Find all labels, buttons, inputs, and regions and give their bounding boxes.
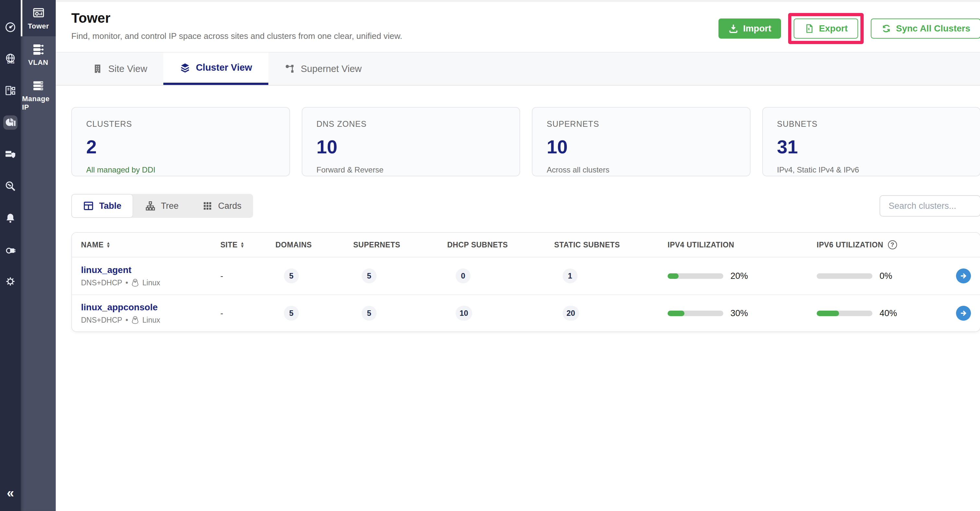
sync-button-label: Sync All Clusters xyxy=(896,23,970,34)
view-toggle-label: Tree xyxy=(161,201,179,211)
supernet-nodes-icon xyxy=(285,63,296,74)
column-label: IPV6 UTILIZATION xyxy=(817,240,883,249)
arrow-right-icon xyxy=(959,309,968,317)
view-toggle-label: Cards xyxy=(218,201,242,211)
static-subnets-badge: 20 xyxy=(563,306,579,321)
sidebar-item-tower[interactable]: Tower xyxy=(21,0,56,36)
sidebar-item-vlan[interactable]: VLAN xyxy=(21,36,56,73)
svg-text:x: x xyxy=(808,27,810,31)
search-analytics-icon[interactable] xyxy=(3,179,18,193)
view-mode-toggle: Table Tree Cards xyxy=(71,194,253,218)
cluster-name-cell: linux_appconsole DNS+DHCP • Linux xyxy=(81,302,220,325)
sort-icon[interactable]: ▲ ▼ xyxy=(106,242,110,248)
stat-card-subnets: SUBNETS 31 IPv4, Static IPv4 & IPv6 xyxy=(762,107,980,177)
stat-label: SUBNETS xyxy=(777,119,966,129)
dhcp-subnets-cell: 10 xyxy=(447,306,554,321)
cluster-name-link[interactable]: linux_agent xyxy=(81,265,132,275)
pie-chart-stats-icon[interactable] xyxy=(3,115,18,130)
export-highlight-annotation: x Export xyxy=(788,13,864,44)
building-icon xyxy=(92,63,103,74)
stat-label: SUPERNETS xyxy=(547,119,736,129)
collapse-sidebar-button[interactable]: « xyxy=(7,486,14,499)
bell-icon[interactable] xyxy=(3,211,18,225)
manage-ip-servers-icon xyxy=(31,79,46,92)
row-action-cell xyxy=(956,269,971,283)
ipv4-utilization-cell: 20% xyxy=(668,271,817,281)
ipv4-progress-track xyxy=(668,273,723,279)
dns-globe-icon[interactable]: DNS xyxy=(3,52,18,66)
ipv4-utilization-cell: 30% xyxy=(668,308,817,318)
linux-penguin-icon xyxy=(131,316,139,324)
view-toggle-tree[interactable]: Tree xyxy=(133,194,191,218)
document-tree-icon[interactable] xyxy=(3,84,18,98)
plug-icon[interactable] xyxy=(3,242,18,257)
column-header-name[interactable]: NAME ▲ ▼ xyxy=(81,240,220,249)
page-title: Tower xyxy=(71,10,402,26)
download-icon xyxy=(728,23,738,34)
svg-text:DNS: DNS xyxy=(7,60,14,64)
table-row: linux_appconsole DNS+DHCP • Linux - xyxy=(72,295,980,331)
ipv4-progress-fill xyxy=(668,273,679,279)
column-header-ipv4-utilization: IPV4 UTILIZATION xyxy=(668,240,817,249)
search-clusters-input[interactable] xyxy=(880,195,980,216)
sort-down-icon: ▼ xyxy=(240,245,244,248)
stat-card-supernets: SUPERNETS 10 Across all clusters xyxy=(532,107,751,177)
stat-card-clusters: CLUSTERS 2 All managed by DDI xyxy=(71,107,290,177)
table-controls: Table Tree Cards xyxy=(71,194,980,218)
column-header-supernets: SUPERNETS xyxy=(353,240,447,249)
column-header-ipv6-utilization: IPV6 UTILIZATION ? xyxy=(817,240,956,249)
server-shield-icon[interactable] xyxy=(3,147,18,161)
import-button[interactable]: Import xyxy=(719,19,781,38)
export-button[interactable]: x Export xyxy=(794,19,858,38)
cluster-name-link[interactable]: linux_appconsole xyxy=(81,302,158,312)
cluster-services: DNS+DHCP xyxy=(81,316,122,325)
open-cluster-button[interactable] xyxy=(956,306,971,321)
table-icon xyxy=(83,201,94,212)
view-toggle-table[interactable]: Table xyxy=(71,194,133,218)
domains-badge: 5 xyxy=(284,306,299,321)
dhcp-subnets-badge: 10 xyxy=(456,306,472,321)
column-label: NAME xyxy=(81,240,104,249)
column-header-site[interactable]: SITE ▲ ▼ xyxy=(220,240,275,249)
stat-subtext: Forward & Reverse xyxy=(317,166,506,174)
cluster-meta: DNS+DHCP • Linux xyxy=(81,316,220,325)
help-icon[interactable]: ? xyxy=(888,240,897,249)
linux-penguin-icon xyxy=(131,279,139,287)
ipv4-progress-track xyxy=(668,310,723,316)
domains-cell: 5 xyxy=(275,269,353,283)
dhcp-subnets-badge: 0 xyxy=(456,269,471,283)
sidebar: DNS xyxy=(0,0,56,511)
open-cluster-button[interactable] xyxy=(956,269,971,283)
column-label: SITE xyxy=(220,240,237,249)
stat-value: 2 xyxy=(86,136,275,158)
stat-value: 10 xyxy=(317,136,506,158)
ipv6-progress-track xyxy=(817,273,872,279)
tab-cluster-view[interactable]: Cluster View xyxy=(163,53,268,85)
stats-row: CLUSTERS 2 All managed by DDI DNS ZONES … xyxy=(71,107,980,177)
ipv4-percent-label: 20% xyxy=(730,271,748,281)
tab-supernet-view[interactable]: Supernet View xyxy=(268,53,378,85)
ipv6-percent-label: 0% xyxy=(880,271,892,281)
stat-subtext: Across all clusters xyxy=(547,166,736,174)
tab-site-view[interactable]: Site View xyxy=(76,53,163,85)
stat-subtext: IPv4, Static IPv4 & IPv6 xyxy=(777,166,966,174)
gear-wrench-icon[interactable] xyxy=(3,274,18,288)
tower-dashboard-icon xyxy=(31,6,46,19)
cluster-meta: DNS+DHCP • Linux xyxy=(81,279,220,287)
sort-icon[interactable]: ▲ ▼ xyxy=(240,242,244,248)
vlan-servers-icon xyxy=(31,43,46,56)
file-export-icon: x xyxy=(804,23,815,34)
cluster-name-cell: linux_agent DNS+DHCP • Linux xyxy=(81,265,220,287)
static-subnets-cell: 1 xyxy=(554,269,668,283)
sync-all-clusters-button[interactable]: Sync All Clusters xyxy=(871,19,980,38)
column-header-dhcp-subnets: DHCP SUBNETS xyxy=(447,240,554,249)
view-toggle-cards[interactable]: Cards xyxy=(190,194,253,218)
ipv6-progress-track xyxy=(817,310,872,316)
dashboard-gauge-icon[interactable] xyxy=(3,20,18,34)
column-header-domains: DOMAINS xyxy=(275,240,353,249)
cluster-os: Linux xyxy=(142,316,160,325)
ipv6-utilization-cell: 0% xyxy=(817,271,956,281)
sidebar-item-manage-ip[interactable]: Manage IP xyxy=(21,73,56,117)
static-subnets-badge: 1 xyxy=(563,269,578,283)
stat-value: 31 xyxy=(777,136,966,158)
